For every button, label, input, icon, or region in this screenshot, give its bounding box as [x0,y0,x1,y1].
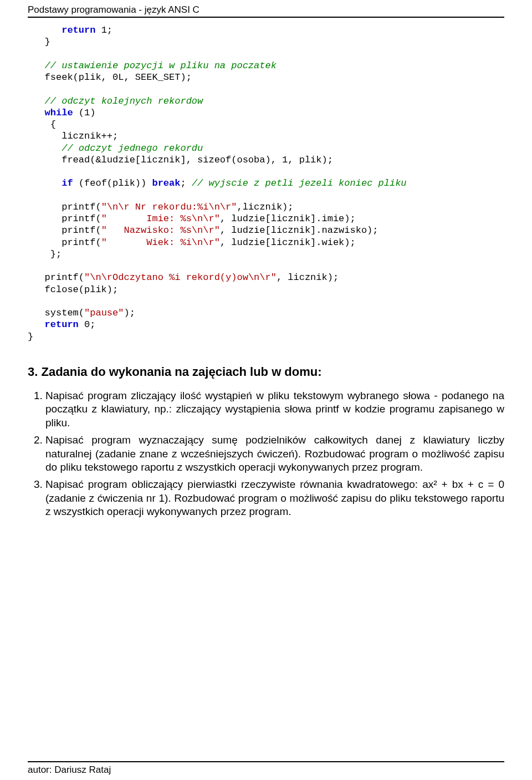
comment: // wyjscie z petli jezeli koniec pliku [192,178,407,188]
task-item: Napisać program zliczający ilość wystąpi… [45,389,504,430]
keyword-return: return [62,25,95,35]
string-literal: " Imie: %s\n\r" [101,213,220,224]
comment: // odczyt kolejnych rekordow [45,96,203,106]
page-footer: autor: Dariusz Rataj [28,761,504,780]
section-heading: 3. Zadania do wykonania na zajęciach lub… [28,365,504,379]
string-literal: " Nazwisko: %s\n\r" [101,225,220,236]
string-literal: "pause" [84,308,124,318]
task-list: Napisać program zliczający ilość wystąpi… [28,389,504,519]
keyword-if: if [62,178,73,188]
comment: // odczyt jednego rekordu [62,143,203,154]
task-item: Napisać program wyznaczający sumę podzie… [45,434,504,475]
string-literal: "\n\rOdczytano %i rekord(y)ow\n\r" [84,272,277,283]
header-divider [28,17,504,18]
keyword-break: break [152,178,180,188]
string-literal: "\n\r Nr rekordu:%i\n\r" [101,202,237,212]
document-page: Podstawy programowania - język ANSI C re… [0,0,532,780]
comment: // ustawienie pozycji w pliku na poczate… [45,60,277,71]
string-literal: " Wiek: %i\n\r" [101,237,220,248]
footer-author: autor: Dariusz Rataj [28,762,504,780]
keyword-return: return [45,319,79,330]
task-item: Napisać program obliczający pierwiastki … [45,478,504,519]
header-title: Podstawy programowania - język ANSI C [28,4,200,15]
code-block: return 1; } // ustawienie pozycji w plik… [28,24,504,343]
page-header: Podstawy programowania - język ANSI C [28,0,504,17]
keyword-while: while [45,108,73,118]
